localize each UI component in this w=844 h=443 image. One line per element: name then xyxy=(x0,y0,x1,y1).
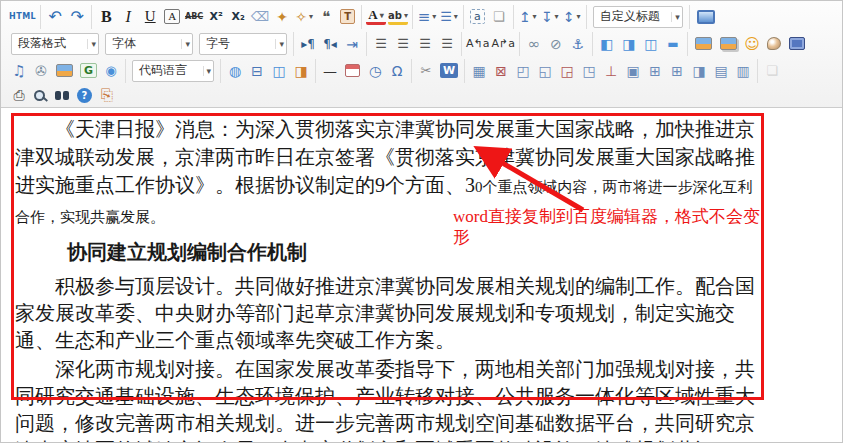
font-size-select-label: 字号 xyxy=(206,35,230,52)
merge-cells-button[interactable]: ▣ xyxy=(623,60,643,81)
paragraph-format-select[interactable]: 段落格式▾ xyxy=(11,33,99,55)
image-block-button[interactable]: ▬ xyxy=(663,33,683,54)
edit-anchor-button[interactable]: a xyxy=(470,9,485,24)
paragraph-spacing-top-button[interactable]: ↥▾ xyxy=(518,6,538,27)
merge-right-button[interactable]: ◨ xyxy=(689,60,709,81)
attachment-button[interactable]: ✇ xyxy=(31,60,51,81)
insert-time-button[interactable]: ◷ xyxy=(365,60,385,81)
background-button[interactable]: ◨ xyxy=(291,60,311,81)
find-replace-button[interactable] xyxy=(55,91,61,100)
word-import-button[interactable]: W xyxy=(440,63,458,78)
delete-column-button[interactable]: ⊥ xyxy=(601,60,621,81)
image-inline-button[interactable]: ◨ xyxy=(619,33,639,54)
toolbar-row-4: ⎙?⎘ xyxy=(3,84,840,106)
split-rows-button[interactable]: ▤ xyxy=(711,60,731,81)
insert-table-button[interactable]: ▦ xyxy=(469,60,489,81)
underline-button[interactable]: U xyxy=(140,6,160,27)
insert-column-button[interactable]: ◳ xyxy=(579,60,599,81)
template-button[interactable]: ◫ xyxy=(269,60,289,81)
paragraph-docking: 深化两市规划对接。在国家发展改革委指导下，两地相关部门加强规划对接，共同研究交通… xyxy=(15,356,763,443)
caret-icon: ▾ xyxy=(275,39,284,49)
font-color-button[interactable]: A▾ xyxy=(366,8,386,25)
insert-row-button[interactable]: ⊞ xyxy=(645,60,665,81)
split-columns-button[interactable]: ▥ xyxy=(733,60,753,81)
align-right-button[interactable]: ☰ xyxy=(415,33,435,54)
toolbar-group: ❏ xyxy=(758,59,786,83)
section-heading: 协同建立规划编制合作机制 xyxy=(67,239,763,265)
auto-typeset-button[interactable]: ✧▾ xyxy=(294,6,314,27)
caret-icon: ▾ xyxy=(555,12,559,21)
paste-button[interactable]: ⎘ xyxy=(97,85,117,106)
insert-frame-button[interactable] xyxy=(56,64,73,77)
insert-music-button[interactable]: ♫ xyxy=(9,60,29,81)
anchor-button[interactable]: ⚓ xyxy=(568,33,588,54)
line-spacing-button[interactable]: ↕▾ xyxy=(562,6,582,27)
font-size-select[interactable]: 字号▾ xyxy=(199,33,287,55)
insert-flash-button[interactable]: ◉ xyxy=(101,60,121,81)
unlink-button[interactable]: ⊘ xyxy=(546,33,566,54)
toolbar-group: ☰☰☰☰ xyxy=(367,32,462,56)
delete-table-button[interactable]: ⊠ xyxy=(491,60,511,81)
format-painter-button[interactable]: ✦ xyxy=(272,6,292,27)
align-center-button[interactable]: ☰ xyxy=(393,33,413,54)
horizontal-rule-button[interactable]: — xyxy=(320,60,340,81)
to-uppercase-button[interactable]: A↰a xyxy=(466,33,489,54)
insert-image-button[interactable] xyxy=(695,37,712,50)
superscript-button[interactable]: X² xyxy=(206,6,226,27)
blockquote-button[interactable]: ❝ xyxy=(316,6,336,27)
table-title-button[interactable]: ◰ xyxy=(513,60,533,81)
insert-map-button[interactable]: G xyxy=(80,63,97,78)
align-justify-button[interactable]: ☰ xyxy=(437,33,457,54)
special-chars-button[interactable]: Ω xyxy=(387,60,407,81)
insert-code-button[interactable]: ◍ xyxy=(225,60,245,81)
strikethrough-button[interactable]: ABC xyxy=(184,6,204,27)
insert-date-button[interactable] xyxy=(345,64,360,77)
html-source-button[interactable]: HTML xyxy=(9,6,36,27)
insert-video-button[interactable] xyxy=(789,37,805,50)
scrawl-button[interactable] xyxy=(767,37,781,50)
image-float-left-button[interactable]: ◧ xyxy=(597,33,617,54)
clear-document-button[interactable]: ❏ xyxy=(489,6,509,27)
image-center-button[interactable]: ◫ xyxy=(641,33,661,54)
paste-table-button: ❏ xyxy=(762,60,782,81)
bold-button[interactable]: B xyxy=(96,6,116,27)
paragraph-spacing-bottom-button[interactable]: ↧▾ xyxy=(540,6,560,27)
image-album-button[interactable] xyxy=(720,37,737,50)
font-family-select[interactable]: 字体▾ xyxy=(105,33,193,55)
help-button[interactable]: ? xyxy=(77,88,92,103)
delete-row-button[interactable]: ◲ xyxy=(557,60,577,81)
rtl-paragraph-button[interactable]: ¶◂ xyxy=(320,33,340,54)
subscript-button[interactable]: X₂ xyxy=(228,6,248,27)
font-border-button[interactable]: A xyxy=(164,9,180,24)
link-button[interactable]: ∞ xyxy=(524,33,544,54)
italic-button[interactable]: I xyxy=(118,6,138,27)
toolbar-row-1: HTML↶↷BIUAABCX²X₂⌫✦✧▾❝TA▾ab▾≡▾☰▾a❏↥▾↧▾↕▾… xyxy=(3,3,840,30)
print-button[interactable]: ⎙ xyxy=(9,85,29,106)
indent-button[interactable]: ⇥ xyxy=(342,33,362,54)
editor-content-area[interactable]: 《天津日报》消息：为深入贯彻落实京津冀协同发展重大国家战略，加快推进京津双城联动… xyxy=(1,108,777,443)
align-left-button[interactable]: ☰ xyxy=(371,33,391,54)
toolbar-group: ☺ xyxy=(688,32,812,56)
insert-column-after-button[interactable]: ⊞ xyxy=(667,60,687,81)
unordered-list-button[interactable]: ☰▾ xyxy=(439,6,459,27)
fullscreen-button[interactable] xyxy=(697,10,715,24)
redo-icon[interactable]: ↷ xyxy=(67,6,87,27)
code-language-select[interactable]: 代码语言▾ xyxy=(132,60,214,82)
preview-button[interactable] xyxy=(34,90,45,101)
paste-text-button[interactable]: T xyxy=(340,9,355,24)
ordered-list-button[interactable]: ≡▾ xyxy=(417,6,437,27)
screenshot-button[interactable]: ✂ xyxy=(416,60,436,81)
undo-icon[interactable]: ↶ xyxy=(45,6,65,27)
toolbar-group: A▾ab▾ xyxy=(362,5,413,29)
custom-title-select[interactable]: 自定义标题▾ xyxy=(593,6,683,28)
insert-title-row-button[interactable]: ◱ xyxy=(535,60,555,81)
toolbar-group xyxy=(690,5,722,29)
to-lowercase-button[interactable]: A↱a xyxy=(491,33,514,54)
font-family-select-label: 字体 xyxy=(112,35,136,52)
remove-format-button[interactable]: ⌫ xyxy=(250,6,270,27)
page-break-button[interactable]: ⊟ xyxy=(247,60,267,81)
ltr-paragraph-button[interactable]: ▸¶ xyxy=(298,33,318,54)
paragraph-intro: 《天津日报》消息：为深入贯彻落实京津冀协同发展重大国家战略，加快推进京津双城联动… xyxy=(15,115,763,231)
emotion-button[interactable]: ☺ xyxy=(742,33,762,54)
highlight-color-button[interactable]: ab▾ xyxy=(388,9,408,25)
